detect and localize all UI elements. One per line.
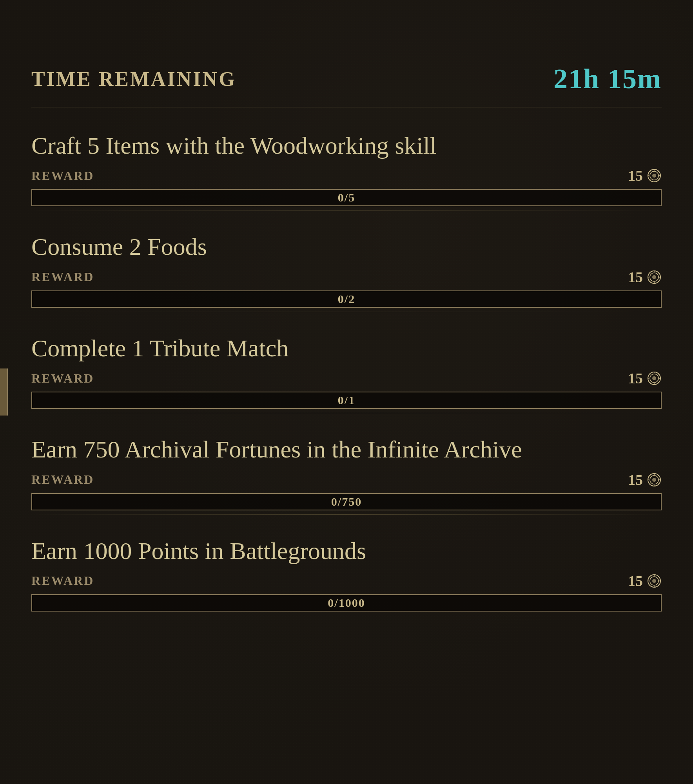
header-row: TIME REMAINING 21h 15m <box>31 63 662 107</box>
progress-bar: 0/1000 <box>31 594 662 612</box>
svg-point-24 <box>652 376 656 380</box>
time-remaining-label: TIME REMAINING <box>31 67 236 91</box>
quest-title: Earn 1000 Points in Battlegrounds <box>31 536 662 565</box>
reward-amount: 15 <box>628 370 662 387</box>
divider <box>31 210 662 211</box>
progress-text: 0/750 <box>331 495 362 508</box>
reward-amount: 15 <box>628 572 662 590</box>
divider <box>31 413 662 413</box>
svg-point-2 <box>652 174 656 178</box>
progress-bar: 0/1 <box>31 392 662 409</box>
quest-item: Earn 750 Archival Fortunes in the Infini… <box>31 435 662 514</box>
time-value: 21h 15m <box>553 63 662 95</box>
reward-row: REWARD 15 <box>31 572 662 590</box>
reward-amount: 15 <box>628 269 662 286</box>
progress-text: 0/1 <box>338 394 355 407</box>
reward-row: REWARD 15 <box>31 167 662 184</box>
reward-coin-icon <box>647 573 662 588</box>
divider <box>31 312 662 312</box>
progress-bar: 0/2 <box>31 290 662 308</box>
reward-coin-icon <box>647 270 662 285</box>
progress-bar: 0/750 <box>31 493 662 510</box>
quest-item: Consume 2 Foods REWARD 15 <box>31 232 662 312</box>
divider <box>31 514 662 515</box>
svg-point-35 <box>652 478 656 482</box>
reward-row: REWARD 15 <box>31 370 662 387</box>
quest-title: Earn 750 Archival Fortunes in the Infini… <box>31 435 662 464</box>
reward-label: REWARD <box>31 371 94 386</box>
progress-text: 0/1000 <box>328 596 365 610</box>
reward-coin-icon <box>647 168 662 183</box>
reward-label: REWARD <box>31 270 94 284</box>
main-container: TIME REMAINING 21h 15m Craft 5 Items wit… <box>0 0 693 664</box>
quest-title: Consume 2 Foods <box>31 232 662 261</box>
svg-point-46 <box>652 579 656 583</box>
quest-list: Craft 5 Items with the Woodworking skill… <box>31 131 662 612</box>
quest-title: Complete 1 Tribute Match <box>31 334 662 363</box>
reward-amount: 15 <box>628 167 662 184</box>
svg-point-13 <box>652 275 656 279</box>
reward-coin-icon <box>647 472 662 487</box>
progress-text: 0/5 <box>338 191 355 204</box>
reward-row: REWARD 15 <box>31 471 662 488</box>
quest-title: Craft 5 Items with the Woodworking skill <box>31 131 662 160</box>
reward-label: REWARD <box>31 472 94 487</box>
progress-bar: 0/5 <box>31 189 662 206</box>
reward-amount: 15 <box>628 471 662 488</box>
reward-row: REWARD 15 <box>31 269 662 286</box>
reward-label: REWARD <box>31 169 94 183</box>
quest-item: Craft 5 Items with the Woodworking skill… <box>31 131 662 211</box>
quest-item: Earn 1000 Points in Battlegrounds REWARD… <box>31 536 662 612</box>
quest-item: Complete 1 Tribute Match REWARD 15 <box>31 334 662 413</box>
reward-coin-icon <box>647 371 662 386</box>
progress-text: 0/2 <box>338 292 355 306</box>
reward-label: REWARD <box>31 573 94 588</box>
